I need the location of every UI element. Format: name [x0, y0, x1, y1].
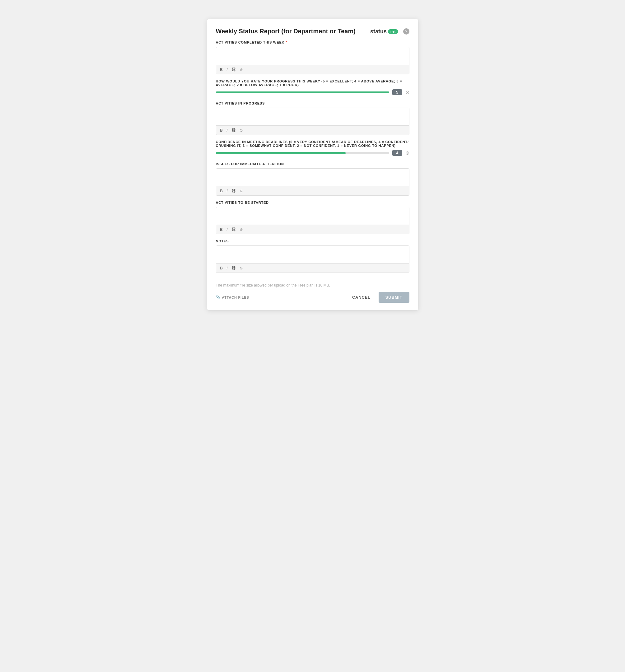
activities-to-start-input[interactable]: [216, 207, 409, 223]
link-btn-1[interactable]: ⛓: [232, 67, 236, 72]
confidence-slider-row: 4 ⊗: [216, 150, 409, 156]
emoji-btn-1[interactable]: ☺: [239, 67, 243, 72]
confidence-slider-value: 4: [392, 150, 402, 156]
confidence-slider-clear[interactable]: ⊗: [405, 150, 409, 156]
confidence-section: CONFIDENCE IN MEETING DEADLINES (5 = VER…: [216, 140, 409, 156]
modal-title: Weekly Status Report (for Department or …: [216, 28, 356, 35]
italic-btn-5[interactable]: I: [226, 266, 228, 270]
brand-logo: status net: [370, 28, 398, 35]
link-icon-4: ⛓: [232, 227, 236, 232]
notes-toolbar: B I ⛓ ☺: [216, 263, 409, 272]
activities-in-progress-input[interactable]: [216, 108, 409, 124]
modal-container: Weekly Status Report (for Department or …: [207, 19, 418, 311]
link-icon-1: ⛓: [232, 67, 236, 72]
notes-editor: B I ⛓ ☺: [216, 245, 409, 273]
progress-slider-track[interactable]: [216, 92, 389, 93]
link-btn-2[interactable]: ⛓: [232, 128, 236, 133]
emoji-btn-2[interactable]: ☺: [239, 128, 243, 133]
progress-rating-row: 5 ⊗: [216, 89, 409, 95]
link-btn-5[interactable]: ⛓: [232, 266, 236, 270]
emoji-icon-5: ☺: [239, 266, 243, 270]
activities-completed-toolbar: B I ⛓ ☺: [216, 65, 409, 74]
footer-divider: [216, 278, 409, 278]
attach-files-label: ATTACH FILES: [222, 295, 249, 299]
activities-in-progress-toolbar: B I ⛓ ☺: [216, 125, 409, 135]
primary-actions: CANCEL SUBMIT: [348, 292, 409, 303]
link-icon-3: ⛓: [232, 189, 236, 193]
link-btn-4[interactable]: ⛓: [232, 227, 236, 232]
emoji-icon-1: ☺: [239, 67, 243, 72]
activities-to-start-editor: B I ⛓ ☺: [216, 207, 409, 234]
italic-btn-3[interactable]: I: [226, 189, 228, 193]
bold-btn-2[interactable]: B: [220, 128, 223, 133]
bold-btn-1[interactable]: B: [220, 67, 223, 72]
emoji-icon-4: ☺: [239, 227, 243, 232]
issues-attention-toolbar: B I ⛓ ☺: [216, 186, 409, 195]
form-actions: 📎 ATTACH FILES CANCEL SUBMIT: [216, 292, 409, 303]
activities-completed-editor: B I ⛓ ☺: [216, 47, 409, 74]
brand-badge: net: [388, 29, 398, 34]
link-btn-3[interactable]: ⛓: [232, 189, 236, 193]
issues-attention-input[interactable]: [216, 169, 409, 185]
progress-rating-label: HOW WOULD YOU RATE YOUR PROGRESS THIS WE…: [216, 79, 409, 87]
progress-rating-section: HOW WOULD YOU RATE YOUR PROGRESS THIS WE…: [216, 79, 409, 95]
emoji-btn-3[interactable]: ☺: [239, 189, 243, 193]
progress-slider-fill: [216, 92, 389, 93]
attach-files-button[interactable]: 📎 ATTACH FILES: [216, 295, 249, 299]
file-size-info: The maximum file size allowed per upload…: [216, 283, 409, 287]
italic-btn-4[interactable]: I: [226, 227, 228, 232]
activities-in-progress-label: ACTIVITIES IN PROGRESS: [216, 101, 409, 105]
emoji-icon-2: ☺: [239, 128, 243, 133]
progress-slider-clear[interactable]: ⊗: [405, 89, 409, 95]
italic-btn-2[interactable]: I: [226, 128, 228, 133]
confidence-label: CONFIDENCE IN MEETING DEADLINES (5 = VER…: [216, 140, 409, 147]
emoji-icon-3: ☺: [239, 189, 243, 193]
notes-input[interactable]: [216, 246, 409, 262]
link-icon-5: ⛓: [232, 266, 236, 270]
issues-attention-editor: B I ⛓ ☺: [216, 168, 409, 196]
activities-in-progress-editor: B I ⛓ ☺: [216, 107, 409, 135]
modal-header: Weekly Status Report (for Department or …: [216, 28, 409, 35]
bold-btn-3[interactable]: B: [220, 189, 223, 193]
italic-btn-1[interactable]: I: [226, 67, 228, 72]
progress-slider-value: 5: [392, 89, 402, 95]
bold-btn-5[interactable]: B: [220, 266, 223, 270]
paperclip-icon: 📎: [216, 295, 221, 299]
header-right: status net ×: [370, 28, 409, 35]
submit-button[interactable]: SUBMIT: [379, 292, 409, 303]
link-icon-2: ⛓: [232, 128, 236, 133]
activities-completed-input[interactable]: [216, 47, 409, 64]
emoji-btn-4[interactable]: ☺: [239, 227, 243, 232]
activities-to-start-label: ACTIVITIES TO BE STARTED: [216, 201, 409, 205]
emoji-btn-5[interactable]: ☺: [239, 266, 243, 270]
confidence-slider-track[interactable]: [216, 152, 389, 154]
close-button[interactable]: ×: [403, 28, 409, 34]
cancel-button[interactable]: CANCEL: [348, 292, 375, 302]
required-star: *: [286, 40, 287, 45]
brand-name: status: [370, 28, 387, 35]
issues-attention-label: ISSUES FOR IMMEDIATE ATTENTION: [216, 162, 409, 166]
notes-label: NOTES: [216, 239, 409, 243]
bold-btn-4[interactable]: B: [220, 227, 223, 232]
activities-completed-label: ACTIVITIES COMPLETED THIS WEEK *: [216, 40, 409, 45]
confidence-slider-fill: [216, 152, 346, 154]
activities-to-start-toolbar: B I ⛓ ☺: [216, 225, 409, 234]
